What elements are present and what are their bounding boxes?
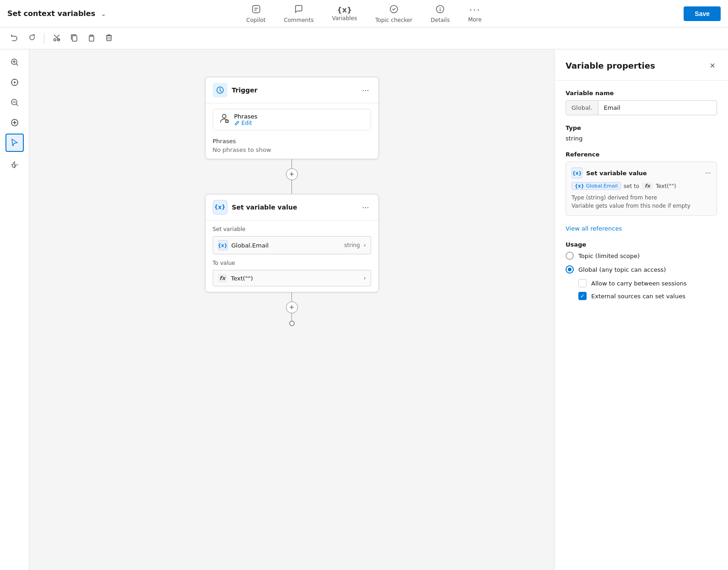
trigger-card-body: Phrases Edit Phrases No phrases to show xyxy=(205,103,378,159)
trigger-card: Trigger ··· Phrases Edit xyxy=(205,77,379,159)
var-type: string xyxy=(344,242,360,248)
panel-title: Variable properties xyxy=(566,61,655,70)
svg-rect-0 xyxy=(252,5,259,13)
to-value-row[interactable]: fx Text("") › xyxy=(213,270,371,286)
checkbox-external[interactable]: ✓ xyxy=(578,292,587,300)
flow-end-circle xyxy=(289,321,295,326)
reference-label: Reference xyxy=(566,151,717,158)
reference-card: {x} Set variable value ··· {x} Global.Em… xyxy=(566,161,717,216)
set-variable-title: Set variable value xyxy=(232,204,297,211)
ref-menu-button[interactable]: ··· xyxy=(705,169,711,177)
more-icon: ··· xyxy=(469,5,480,16)
set-var-section: Set variable {x} Global.Email string › xyxy=(205,220,378,260)
checkbox-carry-label: Allow to carry between sessions xyxy=(591,280,687,287)
var-icon-sm: {x} xyxy=(218,240,228,250)
usage-option-topic: Topic (limited scope) xyxy=(566,252,717,260)
set-var-row[interactable]: {x} Global.Email string › xyxy=(213,236,371,254)
pan-button[interactable] xyxy=(5,156,24,174)
copy-button[interactable] xyxy=(67,32,81,45)
trigger-card-header: Trigger ··· xyxy=(205,77,378,103)
nav-copilot[interactable]: Copilot xyxy=(243,2,269,25)
view-all-references-link[interactable]: View all references xyxy=(566,225,717,232)
add-node-button-2[interactable]: + xyxy=(286,301,298,313)
connector-line-bot-1 xyxy=(291,180,292,188)
trigger-title: Trigger xyxy=(232,86,258,94)
usage-label: Usage xyxy=(566,241,717,248)
title-chevron-icon[interactable]: ⌄ xyxy=(101,10,106,17)
nav-topic-checker-label: Topic checker xyxy=(375,17,412,23)
phrases-row[interactable]: Phrases Edit xyxy=(213,109,371,130)
paste-button[interactable] xyxy=(85,32,98,45)
var-name-prefix: Global. xyxy=(566,101,599,115)
usage-topic-label: Topic (limited scope) xyxy=(578,253,640,259)
reference-section: Reference {x} Set variable value ··· {x}… xyxy=(566,151,717,216)
nav-comments[interactable]: Comments xyxy=(280,2,317,25)
fx-icon: fx xyxy=(218,274,227,282)
save-button[interactable]: Save xyxy=(684,6,721,21)
comments-icon xyxy=(294,4,304,16)
nav-topic-checker[interactable]: Topic checker xyxy=(372,2,416,25)
ref-chip-var: {x} Global.Email xyxy=(572,182,621,190)
to-value-text: Text("") xyxy=(231,275,360,282)
add-node-button-1[interactable]: + xyxy=(286,168,298,180)
usage-section: Usage Topic (limited scope) Global (any … xyxy=(566,241,717,300)
set-variable-header: {x} Set variable value ··· xyxy=(205,194,378,220)
ref-var-icon: {x} xyxy=(572,167,582,178)
set-to-text: set to xyxy=(624,183,639,189)
fit-button[interactable] xyxy=(5,113,24,132)
checkbox-external-label: External sources can set values xyxy=(591,293,685,300)
nav-variables[interactable]: {x} Variables xyxy=(328,4,361,23)
set-variable-header-left: {x} Set variable value xyxy=(213,200,297,215)
select-button[interactable] xyxy=(5,134,24,152)
type-label: Type xyxy=(566,124,717,131)
radio-topic[interactable] xyxy=(566,252,574,260)
phrases-edit-link[interactable]: Edit xyxy=(234,120,365,126)
chevron-right-icon-2: › xyxy=(364,275,366,281)
cut-button[interactable] xyxy=(50,32,64,45)
panel-close-button[interactable]: × xyxy=(708,59,717,73)
checkbox-row-external: ✓ External sources can set values xyxy=(578,292,717,300)
svg-point-35 xyxy=(222,114,226,118)
nav-comments-label: Comments xyxy=(284,17,313,23)
undo-button[interactable] xyxy=(7,32,21,45)
app-header: Set context variables ⌄ Copilot Comments… xyxy=(0,0,728,27)
toolbar-divider-1 xyxy=(44,33,44,44)
connector-line-top-1 xyxy=(291,159,292,168)
phrases-empty-title: Phrases xyxy=(213,138,371,145)
ref-fx-icon: fx xyxy=(642,183,653,189)
set-var-label: Set variable xyxy=(213,226,371,232)
svg-rect-11 xyxy=(72,36,77,41)
checkbox-carry[interactable] xyxy=(578,279,587,287)
trigger-header-left: Trigger xyxy=(213,83,258,97)
page-title: Set context variables xyxy=(7,9,95,18)
var-name-input[interactable]: Global. Email xyxy=(566,100,717,115)
svg-line-8 xyxy=(57,35,59,38)
connector-line-bot-2 xyxy=(291,313,292,321)
set-variable-menu-button[interactable]: ··· xyxy=(360,202,371,213)
zoom-out-button[interactable] xyxy=(5,93,24,112)
phrases-label: Phrases xyxy=(234,113,365,120)
variables-icon: {x} xyxy=(337,5,352,14)
radio-global[interactable] xyxy=(566,265,574,274)
zoom-in-button[interactable] xyxy=(5,53,24,71)
trigger-icon-box xyxy=(213,83,227,97)
to-value-label: To value xyxy=(213,260,371,266)
delete-button[interactable] xyxy=(102,32,116,45)
to-value-section: To value fx Text("") › xyxy=(205,260,378,292)
nav-details[interactable]: Details xyxy=(427,2,453,25)
trigger-menu-button[interactable]: ··· xyxy=(360,85,371,96)
nav-more[interactable]: ··· More xyxy=(464,3,485,25)
var-name: Global.Email xyxy=(232,242,341,249)
nav-more-label: More xyxy=(468,16,482,23)
left-sidebar xyxy=(0,49,29,570)
center-button[interactable] xyxy=(5,73,24,91)
ref-note: Type (string) derived from here Variable… xyxy=(572,194,711,210)
copilot-icon xyxy=(251,4,261,16)
redo-button[interactable] xyxy=(25,32,38,45)
header-left: Set context variables ⌄ xyxy=(7,9,106,18)
details-icon xyxy=(435,4,445,16)
header-right: Save xyxy=(684,6,721,21)
connector-1: + xyxy=(286,159,298,194)
nav-copilot-label: Copilot xyxy=(246,17,265,23)
ref-card-header: {x} Set variable value ··· xyxy=(572,167,711,178)
